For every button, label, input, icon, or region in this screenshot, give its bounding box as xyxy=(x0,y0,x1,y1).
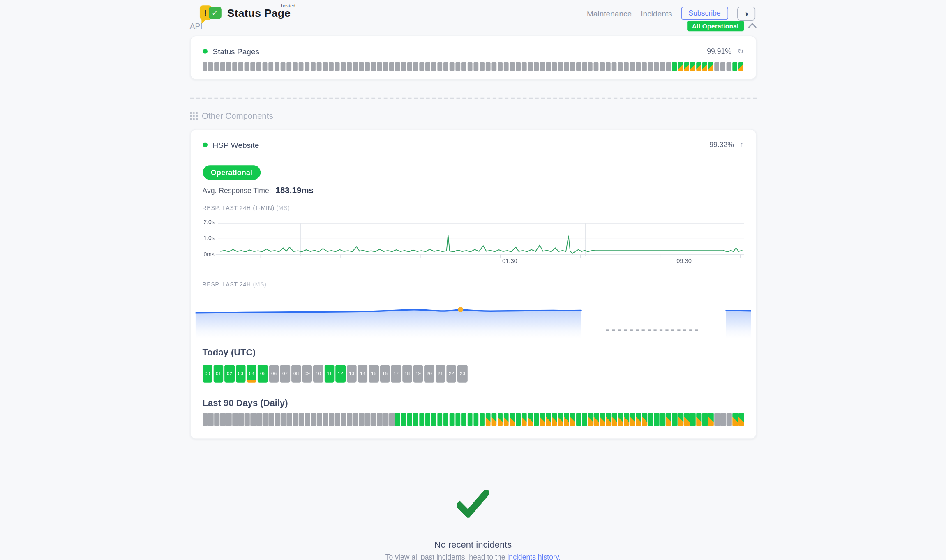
overall-status[interactable]: All Operational xyxy=(687,21,755,31)
uptime-bar[interactable] xyxy=(431,62,436,71)
nav-incidents[interactable]: Incidents xyxy=(641,9,672,18)
uptime-bar[interactable] xyxy=(317,413,322,426)
uptime-bar[interactable] xyxy=(468,413,473,426)
uptime-bar[interactable] xyxy=(564,62,569,71)
uptime-bar[interactable] xyxy=(269,62,274,71)
hour-block-07[interactable]: 07 xyxy=(280,365,290,383)
uptime-bar[interactable] xyxy=(480,413,485,426)
uptime-bar[interactable] xyxy=(540,62,545,71)
hour-block-11[interactable]: 11 xyxy=(325,365,335,383)
hour-block-12[interactable]: 12 xyxy=(336,365,346,383)
uptime-bar[interactable] xyxy=(510,413,515,426)
chevron-up-icon[interactable] xyxy=(748,23,757,32)
uptime-bar[interactable] xyxy=(618,413,623,426)
uptime-bar[interactable] xyxy=(697,62,701,71)
uptime-bar[interactable] xyxy=(552,62,557,71)
uptime-bar[interactable] xyxy=(594,62,599,71)
uptime-bar[interactable] xyxy=(715,413,720,426)
uptime-bar[interactable] xyxy=(570,62,575,71)
uptime-bar[interactable] xyxy=(383,413,388,426)
uptime-bar[interactable] xyxy=(377,413,382,426)
uptime-bar[interactable] xyxy=(245,413,249,426)
uptime-bar[interactable] xyxy=(702,413,707,426)
uptime-bar[interactable] xyxy=(672,413,677,426)
uptime-bar[interactable] xyxy=(485,413,490,426)
uptime-bar[interactable] xyxy=(275,62,279,71)
uptime-bar[interactable] xyxy=(245,62,249,71)
uptime-bar[interactable] xyxy=(407,413,412,426)
uptime-bar[interactable] xyxy=(413,413,418,426)
hour-block-16[interactable]: 16 xyxy=(380,365,390,383)
theme-toggle-button[interactable]: ◑ xyxy=(737,6,755,20)
uptime-bar[interactable] xyxy=(558,413,563,426)
uptime-bar[interactable] xyxy=(630,62,635,71)
uptime-bar[interactable] xyxy=(732,62,737,71)
hour-block-05[interactable]: 05 xyxy=(258,365,268,383)
uptime-bar[interactable] xyxy=(251,62,256,71)
uptime-bar[interactable] xyxy=(329,413,334,426)
uptime-bar[interactable] xyxy=(239,62,244,71)
uptime-bar[interactable] xyxy=(377,62,382,71)
uptime-bar[interactable] xyxy=(648,62,653,71)
uptime-bar[interactable] xyxy=(727,413,731,426)
uptime-bar[interactable] xyxy=(534,62,539,71)
uptime-bar[interactable] xyxy=(389,413,394,426)
uptime-bar[interactable] xyxy=(443,62,448,71)
brand-logo[interactable]: ! ✓ Status Page hosted xyxy=(199,4,291,23)
uptime-bar[interactable] xyxy=(335,62,340,71)
uptime-bar[interactable] xyxy=(498,413,503,426)
uptime-bar[interactable] xyxy=(365,413,370,426)
uptime-bar[interactable] xyxy=(516,62,521,71)
hour-block-00[interactable]: 00 xyxy=(203,365,212,383)
uptime-bar[interactable] xyxy=(443,413,448,426)
uptime-bar[interactable] xyxy=(461,62,466,71)
uptime-bar[interactable] xyxy=(612,62,617,71)
uptime-bar[interactable] xyxy=(437,413,442,426)
uptime-bar[interactable] xyxy=(708,62,713,71)
uptime-bar[interactable] xyxy=(353,62,358,71)
hour-block-21[interactable]: 21 xyxy=(436,365,445,383)
hour-block-15[interactable]: 15 xyxy=(369,365,379,383)
uptime-bar[interactable] xyxy=(287,62,292,71)
uptime-bar[interactable] xyxy=(606,413,611,426)
uptime-bar[interactable] xyxy=(727,62,731,71)
uptime-bar[interactable] xyxy=(226,62,231,71)
uptime-bar[interactable] xyxy=(660,413,665,426)
uptime-bar[interactable] xyxy=(690,413,695,426)
hour-block-20[interactable]: 20 xyxy=(425,365,434,383)
uptime-bar[interactable] xyxy=(371,62,376,71)
uptime-bar[interactable] xyxy=(648,413,653,426)
uptime-bar[interactable] xyxy=(636,62,641,71)
uptime-bar[interactable] xyxy=(299,62,304,71)
uptime-bar[interactable] xyxy=(666,413,671,426)
uptime-bar[interactable] xyxy=(546,413,551,426)
uptime-bar[interactable] xyxy=(269,413,274,426)
uptime-bar[interactable] xyxy=(281,62,286,71)
uptime-bar[interactable] xyxy=(425,413,430,426)
uptime-bar[interactable] xyxy=(697,413,701,426)
uptime-bar[interactable] xyxy=(720,62,725,71)
uptime-bar[interactable] xyxy=(558,62,563,71)
uptime-bar[interactable] xyxy=(582,413,587,426)
uptime-bar[interactable] xyxy=(684,413,689,426)
uptime-bar[interactable] xyxy=(708,413,713,426)
uptime-bar[interactable] xyxy=(461,413,466,426)
uptime-bar[interactable] xyxy=(293,62,298,71)
uptime-bar[interactable] xyxy=(715,62,720,71)
uptime-bar[interactable] xyxy=(503,62,508,71)
uptime-bar[interactable] xyxy=(738,413,743,426)
uptime-bar[interactable] xyxy=(359,62,364,71)
refresh-icon[interactable]: ↻ xyxy=(738,47,744,56)
uptime-bar[interactable] xyxy=(473,413,478,426)
uptime-bar[interactable] xyxy=(431,413,436,426)
incidents-history-link[interactable]: incidents history. xyxy=(507,553,561,560)
uptime-bar[interactable] xyxy=(672,62,677,71)
uptime-bar[interactable] xyxy=(359,413,364,426)
uptime-bar[interactable] xyxy=(678,413,683,426)
uptime-bar[interactable] xyxy=(371,413,376,426)
uptime-bar[interactable] xyxy=(293,413,298,426)
hour-block-14[interactable]: 14 xyxy=(358,365,368,383)
uptime-bar[interactable] xyxy=(600,62,605,71)
uptime-bar[interactable] xyxy=(528,413,533,426)
uptime-bar[interactable] xyxy=(413,62,418,71)
